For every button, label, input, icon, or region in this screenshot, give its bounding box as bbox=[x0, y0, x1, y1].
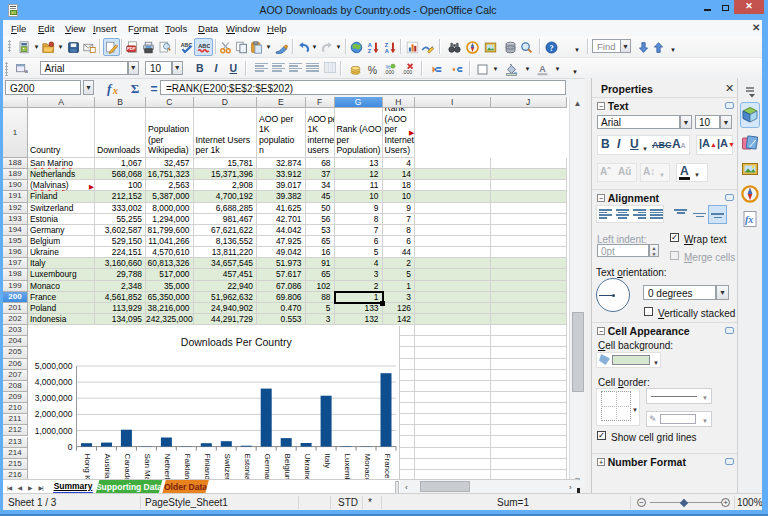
svg-text:France: France bbox=[382, 454, 391, 479]
svg-text:?: ? bbox=[549, 44, 553, 53]
svg-text:San Mari: San Mari bbox=[142, 454, 151, 479]
svg-text:Luxembo: Luxembo bbox=[342, 454, 351, 479]
svg-text:3,000,000: 3,000,000 bbox=[34, 393, 72, 403]
svg-text:x: x bbox=[112, 85, 118, 96]
svg-text:A: A bbox=[539, 63, 546, 73]
svg-text:2,000,000: 2,000,000 bbox=[34, 409, 72, 419]
svg-text:A: A bbox=[368, 42, 372, 48]
svg-text:Canada: Canada bbox=[122, 454, 131, 479]
svg-text:%: % bbox=[368, 63, 377, 75]
svg-text:Σ: Σ bbox=[131, 81, 140, 96]
svg-text:4,000,000: 4,000,000 bbox=[34, 377, 72, 387]
svg-text:.000: .000 bbox=[402, 68, 412, 74]
svg-text:1,000,000: 1,000,000 bbox=[34, 426, 72, 436]
svg-text:Belgium: Belgium bbox=[282, 454, 291, 479]
svg-text:Estonia: Estonia bbox=[242, 454, 251, 479]
svg-text:a: a bbox=[25, 68, 28, 74]
svg-text:Z: Z bbox=[384, 42, 388, 48]
svg-text:Monaco: Monaco bbox=[362, 454, 371, 479]
svg-text:A: A bbox=[384, 48, 388, 54]
svg-text:Netherla: Netherla bbox=[162, 454, 171, 479]
svg-text:%: % bbox=[385, 63, 390, 69]
svg-text:ABC: ABC bbox=[198, 43, 210, 49]
svg-text:Switzerla: Switzerla bbox=[222, 454, 231, 479]
svg-text:Italy: Italy bbox=[322, 454, 331, 469]
svg-text:Ukraine: Ukraine bbox=[302, 454, 311, 479]
svg-text:0: 0 bbox=[67, 442, 72, 452]
svg-text:Hong Ko: Hong Ko bbox=[83, 454, 92, 479]
svg-text:.000: .000 bbox=[384, 68, 394, 74]
svg-text:Downloads Per Country: Downloads Per Country bbox=[180, 336, 292, 348]
svg-text:Austria: Austria bbox=[103, 454, 112, 479]
svg-text:5,000,000: 5,000,000 bbox=[34, 361, 72, 371]
svg-text:Falkland: Falkland bbox=[182, 454, 191, 479]
svg-text:Finland: Finland bbox=[202, 454, 211, 479]
svg-text:fx: fx bbox=[745, 214, 753, 225]
svg-text:Germany: Germany bbox=[262, 454, 271, 479]
svg-text:Z: Z bbox=[368, 48, 372, 54]
svg-text:PDF: PDF bbox=[127, 46, 136, 51]
svg-text:=: = bbox=[150, 82, 157, 96]
